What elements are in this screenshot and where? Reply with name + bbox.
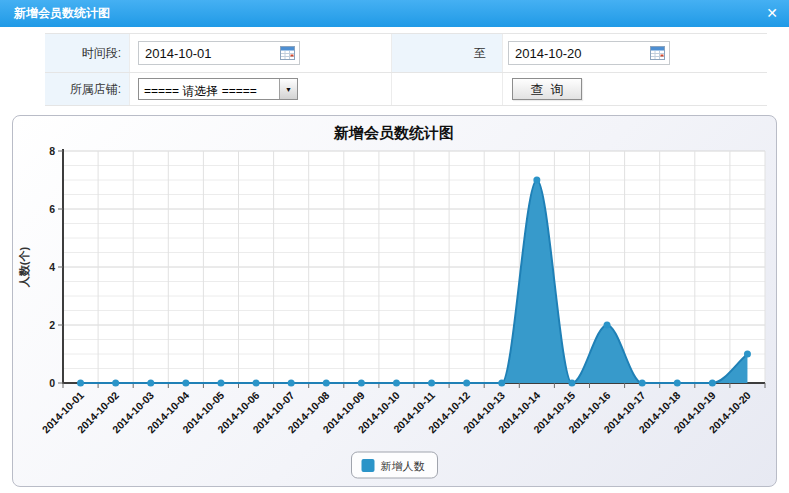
- shop-select-value: ===== 请选择 =====: [139, 79, 279, 99]
- chevron-down-icon: ▼: [279, 79, 297, 99]
- form-row-dates: 时间段: 至: [45, 34, 767, 73]
- data-point[interactable]: [147, 380, 154, 387]
- data-point[interactable]: [112, 380, 119, 387]
- data-point[interactable]: [182, 380, 189, 387]
- y-axis-labels: 02468: [49, 145, 55, 389]
- date-from-cell: [130, 34, 392, 72]
- shop-select[interactable]: ===== 请选择 ===== ▼: [138, 78, 298, 100]
- close-icon[interactable]: ✕: [766, 0, 778, 27]
- legend-label: 新增人数: [381, 460, 425, 472]
- member-stats-chart: 02468人数(个)新增会员数统计图2014-10-012014-10-0220…: [13, 116, 776, 486]
- data-point[interactable]: [77, 380, 84, 387]
- date-from-wrap: [138, 41, 300, 65]
- dialog-title-bar: 新增会员数统计图 ✕: [0, 0, 789, 27]
- dialog-title: 新增会员数统计图: [14, 6, 110, 20]
- chart-title: 新增会员数统计图: [333, 124, 454, 141]
- shop-label: 所属店铺:: [45, 73, 130, 105]
- date-to-input[interactable]: [508, 41, 670, 65]
- empty-cell: [392, 73, 503, 105]
- calendar-icon[interactable]: [650, 46, 665, 60]
- svg-text:0: 0: [49, 377, 55, 389]
- calendar-icon[interactable]: [280, 46, 295, 60]
- date-to-wrap: [508, 41, 670, 65]
- data-point[interactable]: [604, 322, 611, 329]
- data-point[interactable]: [358, 380, 365, 387]
- filter-form: 时间段: 至: [45, 33, 767, 106]
- svg-text:4: 4: [49, 261, 55, 273]
- data-point[interactable]: [393, 380, 400, 387]
- svg-text:2: 2: [49, 319, 55, 331]
- x-axis-labels: 2014-10-012014-10-022014-10-032014-10-04…: [39, 389, 752, 436]
- shop-select-cell: ===== 请选择 ===== ▼: [130, 73, 392, 105]
- date-range-label: 时间段:: [45, 34, 130, 72]
- date-to-cell: [503, 34, 767, 72]
- data-point[interactable]: [674, 380, 681, 387]
- svg-text:6: 6: [49, 203, 55, 215]
- data-point[interactable]: [288, 380, 295, 387]
- query-button[interactable]: 查 询: [512, 78, 582, 100]
- legend-swatch: [362, 459, 375, 472]
- y-axis-title: 人数(个): [18, 247, 31, 289]
- form-row-shop: 所属店铺: ===== 请选择 ===== ▼ 查 询: [45, 73, 767, 106]
- data-point[interactable]: [533, 177, 540, 184]
- data-point[interactable]: [323, 380, 330, 387]
- query-cell: 查 询: [503, 73, 767, 105]
- data-point[interactable]: [463, 380, 470, 387]
- svg-text:8: 8: [49, 145, 55, 157]
- grid: [63, 151, 765, 383]
- data-point[interactable]: [217, 380, 224, 387]
- data-point[interactable]: [639, 380, 646, 387]
- data-point[interactable]: [709, 380, 716, 387]
- data-point[interactable]: [744, 351, 751, 358]
- to-label: 至: [392, 34, 503, 72]
- data-point[interactable]: [498, 380, 505, 387]
- date-from-input[interactable]: [138, 41, 300, 65]
- data-point[interactable]: [428, 380, 435, 387]
- chart-panel: 02468人数(个)新增会员数统计图2014-10-012014-10-0220…: [12, 115, 777, 487]
- legend[interactable]: 新增人数: [352, 452, 438, 478]
- data-point[interactable]: [253, 380, 260, 387]
- data-point[interactable]: [568, 380, 575, 387]
